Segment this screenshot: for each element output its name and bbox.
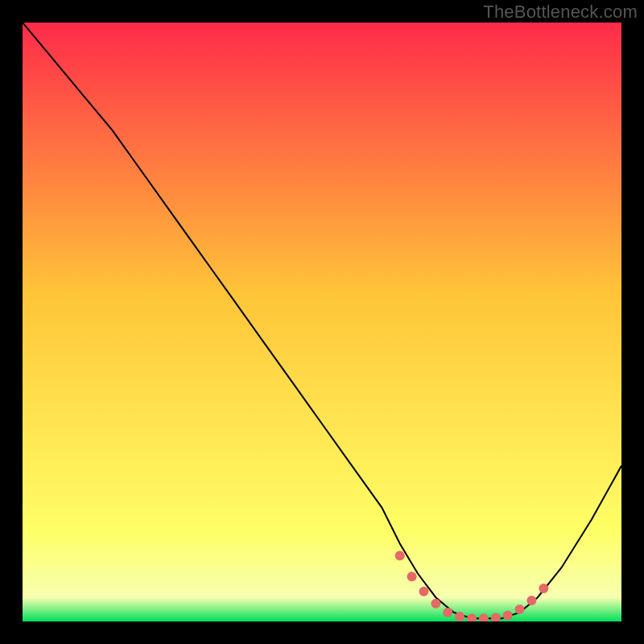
plot-area: [23, 23, 621, 621]
watermark-text: TheBottleneck.com: [483, 2, 638, 23]
marker-dot: [419, 587, 429, 597]
marker-dot: [515, 605, 525, 614]
marker-dot: [395, 551, 405, 560]
marker-dot: [503, 611, 513, 621]
chart-frame: TheBottleneck.com: [0, 0, 644, 644]
marker-dot: [526, 596, 536, 605]
marker-dot: [431, 599, 440, 609]
marker-dot: [539, 584, 548, 593]
marker-dot: [455, 612, 464, 621]
marker-dot: [443, 608, 452, 617]
chart-svg: [23, 23, 621, 621]
marker-dot: [407, 572, 417, 581]
gradient-background: [23, 23, 621, 621]
